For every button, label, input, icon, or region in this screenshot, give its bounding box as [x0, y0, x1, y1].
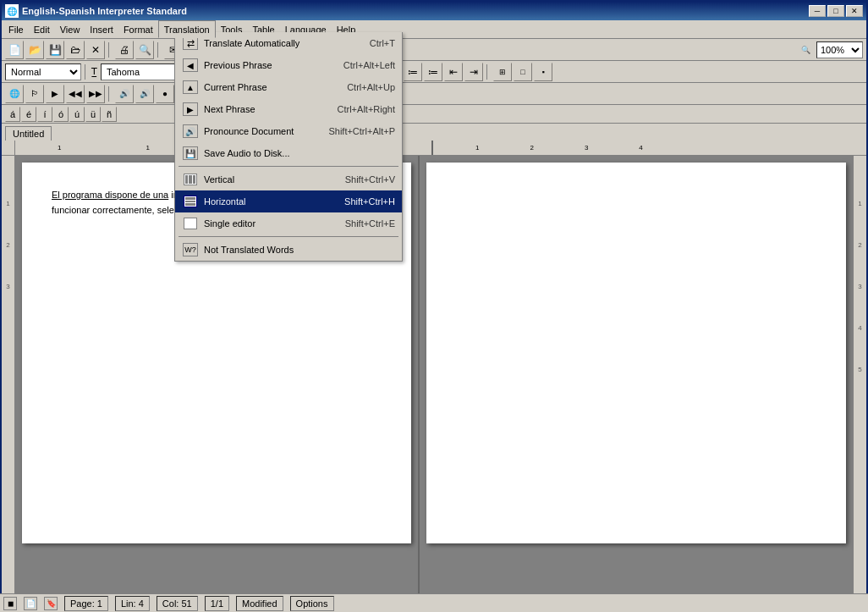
menu-next-phrase[interactable]: ▶ Next Phrase Ctrl+Alt+Right [175, 98, 402, 120]
menu-file[interactable]: File [3, 20, 29, 38]
pronounce-icon: 🔊 [182, 123, 199, 140]
menu-vertical[interactable]: Vertical Shift+Ctrl+V [175, 168, 402, 190]
zoom-select[interactable]: 100% 75% 150% [816, 41, 863, 58]
close-button[interactable]: ✕ [846, 5, 863, 17]
char-e-acute[interactable]: é [21, 107, 36, 122]
right-line-2: 2 [854, 241, 866, 249]
fill-color-button[interactable]: ▪ [534, 63, 552, 81]
char-u-acute[interactable]: ú [69, 107, 85, 122]
right-line-4: 4 [854, 324, 866, 332]
speaker2-btn[interactable]: 🔊 [135, 85, 154, 103]
table-button[interactable]: ⊞ [493, 63, 512, 81]
char-n-tilde[interactable]: ñ [102, 107, 117, 122]
sep12 [108, 86, 112, 102]
minimize-button[interactable]: ─ [809, 5, 826, 17]
open-button[interactable]: 📂 [25, 41, 44, 59]
horizontal-layout-icon [184, 196, 197, 207]
menu-edit[interactable]: Edit [29, 20, 55, 38]
bullet-list-button[interactable]: ≔ [404, 63, 422, 81]
menu-pronounce-doc[interactable]: 🔊 Pronounce Document Shift+Ctrl+Alt+P [175, 120, 402, 142]
char-u-umlaut[interactable]: ü [85, 107, 101, 122]
indent-more-button[interactable]: ⇥ [464, 63, 483, 81]
menu-horizontal[interactable]: Horizontal Shift+Ctrl+H [175, 190, 402, 212]
rec-btn[interactable]: ● [156, 85, 174, 103]
horizontal-icon [182, 193, 199, 210]
menu-previous-phrase[interactable]: ◀ Previous Phrase Ctrl+Alt+Left [175, 54, 402, 76]
left-scroll-gutter: 1 2 3 [2, 156, 15, 610]
prev-phrase-btn[interactable]: ◀◀ [66, 85, 85, 103]
maximize-button[interactable]: □ [827, 5, 844, 17]
menu-bar: File Edit View Insert Format Translation… [2, 20, 866, 39]
numbered-list-button[interactable]: ≔ [424, 63, 442, 81]
char-o-acute[interactable]: ó [53, 107, 69, 122]
print-button[interactable]: 🖨 [115, 41, 134, 59]
doc-areas: 1 2 3 El programa dispone de una interfa… [2, 156, 866, 610]
flag-btn[interactable]: 🏳 [25, 85, 44, 103]
sep1 [108, 42, 112, 58]
ruler-mark-3: 1 [146, 144, 149, 152]
indent-less-button[interactable]: ⇤ [444, 63, 463, 81]
sep2 [157, 42, 161, 58]
status-page: Page: 1 [64, 596, 108, 611]
ruler-mark-1: 1 [58, 144, 61, 152]
speaker-btn[interactable]: 🔊 [115, 85, 134, 103]
right-ruler-mark-4: 4 [639, 144, 642, 152]
status-icon-3: 🔖 [44, 597, 58, 610]
translate-icon: ⇄ [183, 36, 198, 50]
status-icon-1: ◼ [3, 597, 17, 610]
print-preview-button[interactable]: 🔍 [135, 41, 154, 59]
title-bar: 🌐 English-Spanish Interpreter Standard ─… [2, 2, 866, 20]
menu-save-audio[interactable]: 💾 Save Audio to Disk... [175, 142, 402, 164]
current-phrase-shortcut: Ctrl+Alt+Up [347, 82, 395, 92]
translate-btn[interactable]: 🌐 [5, 85, 24, 103]
right-line-5: 5 [854, 366, 866, 373]
right-ruler-mark-3: 3 [585, 144, 588, 152]
right-line-3: 3 [854, 283, 866, 290]
menu-format[interactable]: Format [118, 20, 158, 38]
title-bar-left: 🌐 English-Spanish Interpreter Standard [5, 4, 187, 18]
status-options[interactable]: Options [290, 596, 334, 611]
save-button[interactable]: 💾 [46, 41, 64, 59]
border-button[interactable]: □ [514, 63, 532, 81]
menu-not-translated[interactable]: W? Not Translated Words [175, 239, 402, 261]
previous-phrase-icon: ◀ [182, 57, 199, 74]
doc-tab-untitled[interactable]: Untitled [5, 126, 52, 141]
not-translated-icon: W? [182, 241, 199, 258]
right-ruler-mark-2: 2 [530, 144, 533, 152]
dropdown-sep-1 [179, 166, 398, 167]
left-rule-corner [2, 141, 15, 155]
menu-view[interactable]: View [55, 20, 85, 38]
save-as-button[interactable]: 🗁 [66, 41, 85, 59]
save-audio-icon: 💾 [182, 145, 199, 162]
next-phrase-shortcut: Ctrl+Alt+Right [338, 104, 395, 114]
curr-icon: ▲ [183, 80, 198, 94]
status-lin: Lin: 4 [115, 596, 150, 611]
play-btn[interactable]: ▶ [46, 85, 64, 103]
right-line-1: 1 [854, 200, 866, 207]
save-icon: 💾 [183, 146, 198, 160]
vertical-icon [182, 171, 199, 188]
menu-single-editor[interactable]: Single editor Shift+Ctrl+E [175, 212, 402, 234]
status-fraction: 1/1 [205, 596, 229, 611]
style-select[interactable]: Normal [5, 63, 81, 80]
menu-current-phrase[interactable]: ▲ Current Phrase Ctrl+Alt+Up [175, 76, 402, 98]
vertical-shortcut: Shift+Ctrl+V [345, 174, 395, 185]
menu-translation[interactable]: Translation [158, 20, 216, 38]
new-button[interactable]: 📄 [5, 41, 24, 59]
right-ruler-mark-1: 1 [475, 144, 479, 152]
toolbar-row-3: 🌐 🏳 ▶ ◀◀ ▶▶ 🔊 🔊 ● ■ ▷ [2, 83, 866, 105]
char-a-acute[interactable]: á [5, 107, 20, 122]
next-phrase-btn[interactable]: ▶▶ [86, 85, 105, 103]
sep11 [486, 64, 490, 80]
vertical-layout-icon [184, 174, 197, 185]
save-audio-label: Save Audio to Disk... [204, 148, 390, 158]
menu-insert[interactable]: Insert [85, 20, 118, 38]
char-i-acute[interactable]: í [37, 107, 52, 122]
dropdown-sep-2 [179, 236, 398, 237]
next-icon: ▶ [183, 102, 198, 116]
next-phrase-icon: ▶ [182, 101, 199, 118]
next-phrase-label: Next Phrase [204, 104, 332, 114]
close-doc-button[interactable]: ✕ [86, 41, 105, 59]
sep6 [85, 64, 88, 80]
right-doc-page[interactable] [426, 163, 846, 543]
